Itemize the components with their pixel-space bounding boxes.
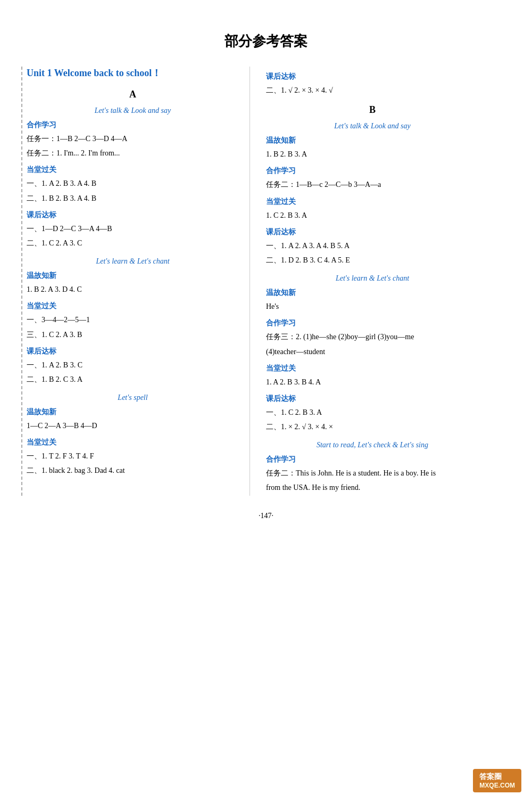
cat-cooperation-b2: 合作学习 (266, 318, 479, 328)
ans-b1-4: 一、1. A 2. A 3. A 4. B 5. A (266, 239, 479, 252)
cat-cooperation-b1: 合作学习 (266, 166, 479, 176)
ans-b3-2: from the USA. He is my friend. (266, 481, 479, 494)
cat-review-b1: 温故知新 (266, 136, 479, 145)
cat-after-b1: 课后达标 (266, 227, 479, 237)
ans-b2-5: 一、1. C 2. B 3. A (266, 406, 479, 419)
watermark-line1: 答案圈 (479, 772, 515, 782)
ans-b1-2: 任务二：1—B—c 2—C—b 3—A—a (266, 178, 479, 191)
subsection-spell-a: Let's spell (27, 394, 239, 402)
cat-review-a2: 温故知新 (27, 271, 239, 281)
ans-a1-2: 任务二：1. I'm... 2. I'm from... (27, 146, 239, 160)
ans-a2-3: 三、1. C 2. A 3. B (27, 328, 239, 341)
cat-after-b2: 课后达标 (266, 394, 479, 404)
cat-review-b2: 温故知新 (266, 288, 479, 298)
right-column: 课后达标 二、1. √ 2. × 3. × 4. √ B Let's talk … (250, 67, 479, 496)
cat-class-b2: 当堂过关 (266, 364, 479, 373)
ans-b2-1: He's (266, 300, 479, 313)
watermark-line2: MXQE.COM (479, 782, 515, 789)
cat-cooperation-b3: 合作学习 (266, 455, 479, 464)
cat-class-a2: 当堂过关 (27, 301, 239, 311)
unit-title: Unit 1 Welcome back to school！ (27, 67, 239, 79)
ans-a3-2: 一、1. T 2. F 3. T 4. F (27, 449, 239, 463)
subsection-learn-a: Let's learn & Let's chant (27, 257, 239, 266)
cat-class-a3: 当堂过关 (27, 438, 239, 447)
section-b-letter: B (266, 104, 479, 116)
ans-b2-3: (4)teacher—student (266, 345, 479, 358)
ans-a2-1: 1. B 2. A 3. D 4. C (27, 283, 239, 296)
ans-a1-1: 任务一：1—B 2—C 3—D 4—A (27, 132, 239, 145)
ans-a3-3: 二、1. black 2. bag 3. Dad 4. cat (27, 464, 239, 477)
ans-b1-5: 二、1. D 2. B 3. C 4. A 5. E (266, 253, 479, 267)
cat-review-a3: 温故知新 (27, 407, 239, 417)
content-area: Unit 1 Welcome back to school！ A Let's t… (21, 67, 511, 496)
cat-after-a2: 课后达标 (27, 347, 239, 356)
cat-cooperation-a1: 合作学习 (27, 120, 239, 130)
cat-class-a1: 当堂过关 (27, 165, 239, 175)
ans-a2-5: 二、1. B 2. C 3. A (27, 373, 239, 386)
ans-a2-2: 一、3—4—2—5—1 (27, 313, 239, 326)
watermark: 答案圈 MXQE.COM (473, 769, 521, 792)
ans-a1-5: 一、1—D 2—C 3—A 4—B (27, 222, 239, 235)
page: 部分参考答案 Unit 1 Welcome back to school！ A … (0, 0, 532, 803)
ans-b2-2: 任务三：2. (1)he—she (2)boy—girl (3)you—me (266, 330, 479, 343)
subsection-read-b: Start to read, Let's check & Let's sing (266, 441, 479, 449)
ans-a1-4: 二、1. B 2. B 3. A 4. B (27, 192, 239, 205)
ans-b3-1: 任务二：This is John. He is a student. He is… (266, 466, 479, 480)
main-title: 部分参考答案 (21, 32, 511, 51)
subsection-talk-b: Let's talk & Look and say (266, 122, 479, 130)
ans-b1-1: 1. B 2. B 3. A (266, 148, 479, 161)
ans-pre-b-1: 二、1. √ 2. × 3. × 4. √ (266, 84, 479, 97)
ans-a2-4: 一、1. A 2. B 3. C (27, 358, 239, 372)
left-column: Unit 1 Welcome back to school！ A Let's t… (21, 67, 250, 496)
ans-a3-1: 1—C 2—A 3—B 4—D (27, 419, 239, 432)
ans-b2-4: 1. A 2. B 3. B 4. A (266, 375, 479, 389)
page-number: ·147· (21, 512, 511, 520)
subsection-learn-b: Let's learn & Let's chant (266, 274, 479, 283)
cat-class-b1: 当堂过关 (266, 197, 479, 207)
ans-b1-3: 1. C 2. B 3. A (266, 209, 479, 222)
ans-a1-3: 一、1. A 2. B 3. A 4. B (27, 177, 239, 190)
ans-b2-6: 二、1. × 2. √ 3. × 4. × (266, 420, 479, 433)
subsection-talk-a: Let's talk & Look and say (27, 106, 239, 115)
section-a-letter: A (27, 89, 239, 100)
cat-after-a1: 课后达标 (27, 210, 239, 220)
ans-a1-6: 二、1. C 2. A 3. C (27, 236, 239, 250)
cat-after-pre-b: 课后达标 (266, 72, 479, 81)
